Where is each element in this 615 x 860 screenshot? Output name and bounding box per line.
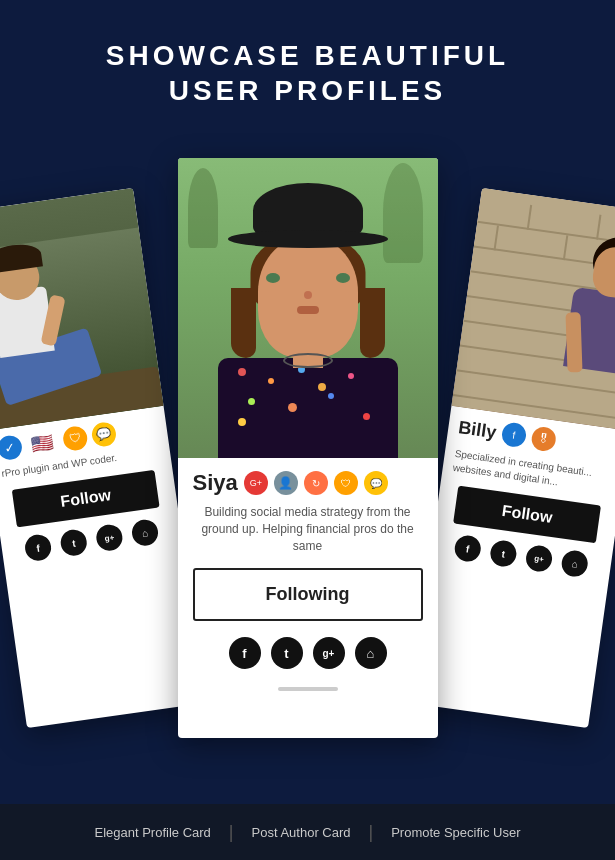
right-person-art	[451, 188, 615, 431]
left-person-art	[0, 188, 164, 431]
left-follow-button[interactable]: Follow	[12, 470, 160, 528]
left-googleplus-icon[interactable]: g+	[95, 523, 124, 552]
right-profile-card: Billy f 🎖 Specialized in creating beauti…	[410, 188, 615, 728]
center-twitter-icon[interactable]: t	[271, 637, 303, 669]
person-badge: 👤	[274, 471, 298, 495]
flag-badge: 🇺🇸	[25, 430, 60, 456]
right-follow-button[interactable]: Follow	[453, 486, 601, 544]
shield-badge: 🛡	[334, 471, 358, 495]
footer-item-promote[interactable]: Promote Specific User	[373, 825, 538, 840]
center-home-icon[interactable]: ⌂	[355, 637, 387, 669]
center-user-name: Siya	[193, 470, 238, 496]
check-badge: ✓	[0, 434, 23, 461]
left-facebook-icon[interactable]: f	[23, 533, 52, 562]
footer-item-elegant[interactable]: Elegant Profile Card	[76, 825, 228, 840]
center-bio: Building social media strategy from the …	[193, 504, 423, 554]
center-name-row: Siya G+ 👤 ↻ 🛡 💬	[193, 470, 423, 496]
center-googleplus-icon[interactable]: g+	[313, 637, 345, 669]
footer-item-author[interactable]: Post Author Card	[234, 825, 369, 840]
header-line1: SHOWCASE BEAUTIFUL	[20, 38, 595, 73]
right-facebook-badge: f	[500, 421, 527, 448]
center-facebook-icon[interactable]: f	[229, 637, 261, 669]
page-header: SHOWCASE BEAUTIFUL USER PROFILES	[0, 0, 615, 128]
right-googleplus-icon[interactable]: g+	[524, 544, 553, 573]
googleplus-badge: G+	[244, 471, 268, 495]
left-card-body: ✓ 🇺🇸 🛡 💬 rPro plugin and WP coder. Follo…	[0, 406, 184, 574]
center-card-body: Siya G+ 👤 ↻ 🛡 💬 Building social media st…	[178, 458, 438, 681]
chat-badge: 💬	[364, 471, 388, 495]
right-card-body: Billy f 🎖 Specialized in creating beauti…	[429, 406, 615, 589]
right-award-badge: 🎖	[530, 425, 557, 452]
center-profile-card: Siya G+ 👤 ↻ 🛡 💬 Building social media st…	[178, 158, 438, 738]
left-home-icon[interactable]: ⌂	[130, 518, 159, 547]
center-avatar	[178, 158, 438, 458]
right-twitter-icon[interactable]: t	[489, 539, 518, 568]
following-button[interactable]: Following	[193, 568, 423, 621]
right-facebook-icon[interactable]: f	[453, 534, 482, 563]
refresh-badge: ↻	[304, 471, 328, 495]
header-line2: USER PROFILES	[20, 73, 595, 108]
left-twitter-icon[interactable]: t	[59, 528, 88, 557]
footer: Elegant Profile Card | Post Author Card …	[0, 804, 615, 860]
center-social-row: f t g+ ⌂	[193, 637, 423, 669]
center-person-art	[178, 158, 438, 458]
right-home-icon[interactable]: ⌂	[560, 549, 589, 578]
card-handle	[278, 687, 338, 691]
cards-container: ✓ 🇺🇸 🛡 💬 rPro plugin and WP coder. Follo…	[0, 138, 615, 778]
chat-badge-left: 💬	[90, 421, 117, 448]
left-avatar	[0, 188, 164, 431]
right-user-name: Billy	[457, 417, 498, 443]
left-profile-card: ✓ 🇺🇸 🛡 💬 rPro plugin and WP coder. Follo…	[0, 188, 205, 728]
right-avatar	[451, 188, 615, 431]
shield-badge-left: 🛡	[62, 425, 89, 452]
